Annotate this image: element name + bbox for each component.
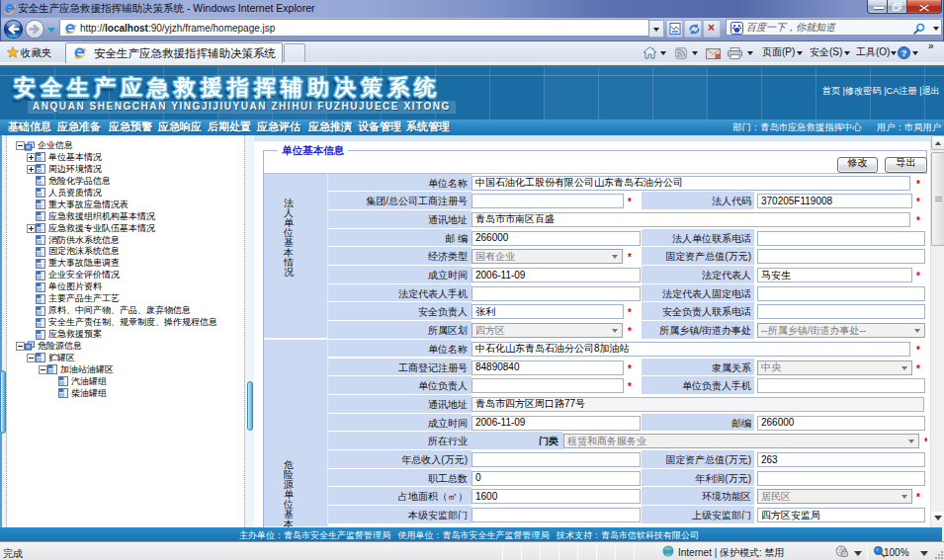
svg-text:?: ?	[901, 48, 907, 58]
